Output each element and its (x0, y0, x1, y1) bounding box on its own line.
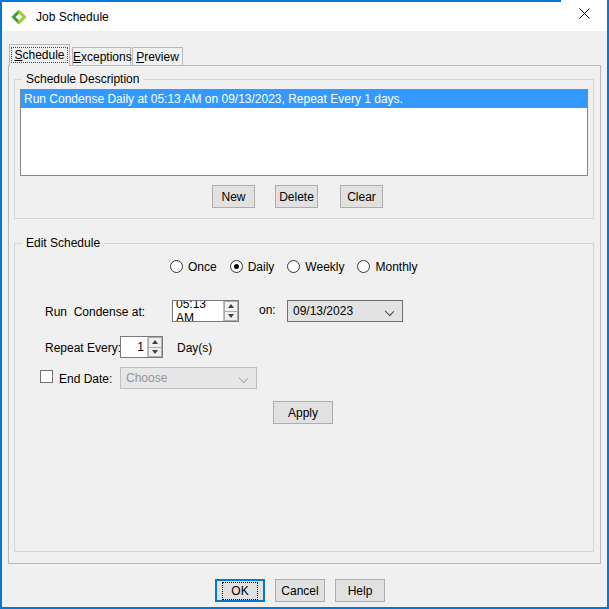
triangle-down-icon (228, 314, 234, 318)
radio-monthly-icon (357, 260, 370, 273)
tab-schedule-label: Schedule (12, 48, 66, 62)
edit-schedule-group (14, 243, 594, 552)
chevron-down-icon (239, 374, 248, 383)
radio-monthly[interactable]: Monthly (357, 260, 417, 274)
schedule-description-list[interactable]: Run Condense Daily at 05:13 AM on 09/13/… (20, 89, 588, 176)
ok-button[interactable]: OK (215, 579, 265, 602)
repeat-value[interactable]: 1 (121, 337, 147, 357)
close-icon (579, 8, 590, 22)
repeat-spin-buttons (147, 337, 162, 357)
time-spin-buttons (223, 301, 238, 321)
radio-weekly-icon (287, 260, 300, 273)
end-date-value: Choose (126, 371, 167, 385)
repeat-unit-label: Day(s) (177, 341, 212, 355)
time-spin-up-button[interactable] (224, 301, 238, 312)
repeat-spinner[interactable]: 1 (120, 336, 163, 358)
triangle-up-icon (152, 340, 158, 344)
tab-schedule[interactable]: Schedule (9, 44, 70, 66)
radio-daily-label: Daily (248, 260, 275, 274)
time-spin-down-button[interactable] (224, 312, 238, 322)
app-logo-icon (11, 9, 27, 25)
end-date-label: End Date: (59, 372, 112, 386)
time-spinner[interactable]: 05:13 AM (172, 300, 239, 322)
radio-monthly-label: Monthly (375, 260, 417, 274)
help-button[interactable]: Help (335, 579, 385, 602)
new-button[interactable]: New (212, 185, 255, 208)
repeat-spin-up-button[interactable] (148, 337, 162, 348)
on-label: on: (259, 303, 276, 317)
time-value[interactable]: 05:13 AM (173, 301, 223, 321)
end-date-combobox: Choose (120, 367, 257, 389)
clear-button[interactable]: Clear (340, 185, 383, 208)
delete-button[interactable]: Delete (275, 185, 318, 208)
cancel-button[interactable]: Cancel (275, 579, 325, 602)
radio-weekly-label: Weekly (305, 260, 344, 274)
tab-preview[interactable]: Preview (132, 47, 183, 66)
tab-exceptions-label: Exceptions (73, 50, 132, 64)
radio-once[interactable]: Once (170, 260, 217, 274)
tab-exceptions[interactable]: Exceptions (72, 47, 131, 66)
frequency-radio-group: Once Daily Weekly Monthly (170, 258, 431, 275)
repeat-spin-down-button[interactable] (148, 348, 162, 358)
radio-daily-icon (230, 260, 243, 273)
apply-button[interactable]: Apply (273, 401, 333, 424)
triangle-up-icon (228, 304, 234, 308)
edit-schedule-group-label: Edit Schedule (22, 236, 104, 250)
date-value: 09/13/2023 (293, 304, 353, 318)
radio-daily[interactable]: Daily (230, 260, 275, 274)
job-schedule-dialog: Job Schedule Schedule Exceptions Preview… (0, 0, 609, 609)
run-condense-at-label: Run Condense at: (45, 305, 145, 319)
window-title: Job Schedule (36, 10, 109, 24)
date-combobox[interactable]: 09/13/2023 (287, 300, 403, 322)
radio-once-icon (170, 260, 183, 273)
close-button[interactable] (561, 0, 607, 29)
radio-weekly[interactable]: Weekly (287, 260, 344, 274)
repeat-every-label: Repeat Every: (45, 341, 121, 355)
tab-preview-label: Preview (136, 50, 179, 64)
titlebar: Job Schedule (2, 2, 607, 31)
end-date-checkbox[interactable] (40, 370, 53, 383)
schedule-description-group-label: Schedule Description (22, 72, 143, 86)
triangle-down-icon (152, 350, 158, 354)
schedule-list-item[interactable]: Run Condense Daily at 05:13 AM on 09/13/… (21, 90, 587, 108)
radio-once-label: Once (188, 260, 217, 274)
chevron-down-icon (385, 307, 394, 316)
